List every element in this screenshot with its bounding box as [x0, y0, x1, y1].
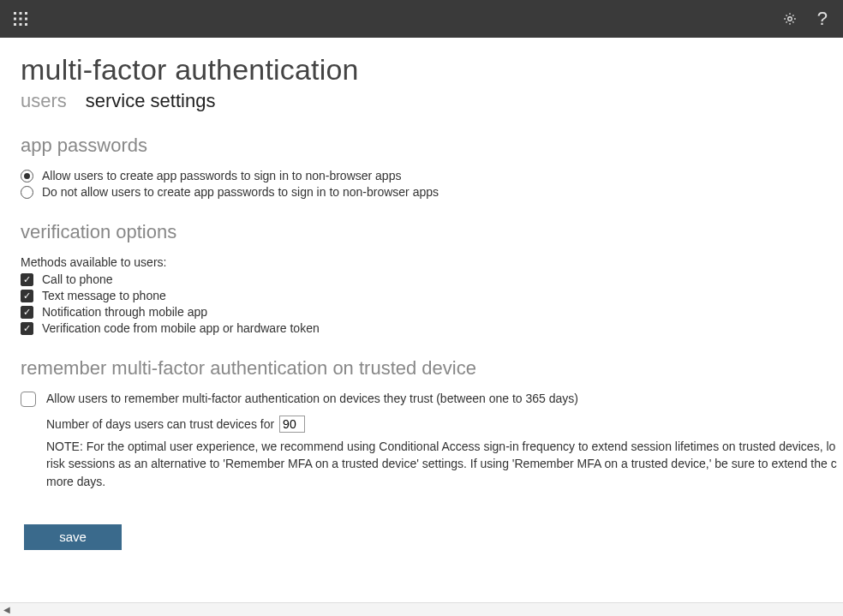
checkbox-remember-mfa[interactable] [21, 392, 36, 407]
tab-users[interactable]: users [21, 90, 67, 112]
radio-row-disallow-app-passwords: Do not allow users to create app passwor… [21, 185, 843, 199]
remember-note-line3: more days. [46, 473, 843, 490]
checkbox-notification-app[interactable]: ✓ [21, 306, 33, 319]
remember-note-line1: NOTE: For the optimal user experience, w… [46, 438, 843, 455]
tabs: users service settings [21, 90, 843, 112]
check-row-verification-code: ✓ Verification code from mobile app or h… [21, 321, 843, 335]
svg-rect-7 [20, 23, 22, 26]
help-icon[interactable]: ? [817, 9, 828, 28]
checkbox-label: Notification through mobile app [42, 305, 207, 319]
section-title-verification-options: verification options [21, 221, 843, 243]
radio-allow-app-passwords[interactable] [21, 170, 33, 182]
save-button[interactable]: save [24, 524, 122, 550]
page-title: multi-factor authentication [21, 53, 843, 87]
svg-rect-0 [14, 12, 16, 15]
remember-allow-row: Allow users to remember multi-factor aut… [21, 392, 843, 407]
svg-rect-2 [25, 12, 27, 15]
section-title-app-passwords: app passwords [21, 135, 843, 157]
gear-icon[interactable] [781, 10, 798, 27]
svg-point-9 [788, 17, 792, 21]
radio-label: Allow users to create app passwords to s… [42, 169, 401, 182]
checkbox-label: Allow users to remember multi-factor aut… [46, 392, 578, 405]
checkbox-label: Call to phone [42, 272, 113, 286]
checkbox-verification-code[interactable]: ✓ [21, 322, 33, 335]
svg-rect-1 [20, 12, 22, 15]
checkbox-text-to-phone[interactable]: ✓ [21, 290, 33, 302]
tab-service-settings[interactable]: service settings [86, 90, 216, 112]
checkbox-label: Text message to phone [42, 289, 166, 302]
methods-available-label: Methods available to users: [21, 255, 843, 269]
svg-rect-5 [25, 18, 27, 21]
check-row-call-to-phone: ✓ Call to phone [21, 272, 843, 286]
svg-rect-4 [20, 18, 22, 21]
checkbox-call-to-phone[interactable]: ✓ [21, 273, 33, 286]
svg-rect-6 [14, 23, 16, 26]
checkbox-label: Verification code from mobile app or har… [42, 321, 320, 335]
days-input[interactable] [279, 416, 305, 433]
remember-days-row: Number of days users can trust devices f… [46, 416, 843, 433]
svg-rect-3 [14, 18, 16, 21]
svg-rect-8 [25, 23, 27, 26]
days-label: Number of days users can trust devices f… [46, 417, 274, 431]
waffle-icon[interactable] [12, 10, 29, 27]
topbar: ? [0, 0, 843, 38]
check-row-text-to-phone: ✓ Text message to phone [21, 289, 843, 302]
check-row-notification-app: ✓ Notification through mobile app [21, 305, 843, 319]
section-title-remember-mfa: remember multi-factor authentication on … [21, 357, 843, 380]
radio-disallow-app-passwords[interactable] [21, 186, 33, 199]
radio-row-allow-app-passwords: Allow users to create app passwords to s… [21, 169, 843, 182]
remember-note-line2: risk sessions as an alternative to 'Reme… [46, 455, 843, 472]
page-body: multi-factor authentication users servic… [0, 38, 843, 567]
radio-label: Do not allow users to create app passwor… [42, 185, 439, 199]
